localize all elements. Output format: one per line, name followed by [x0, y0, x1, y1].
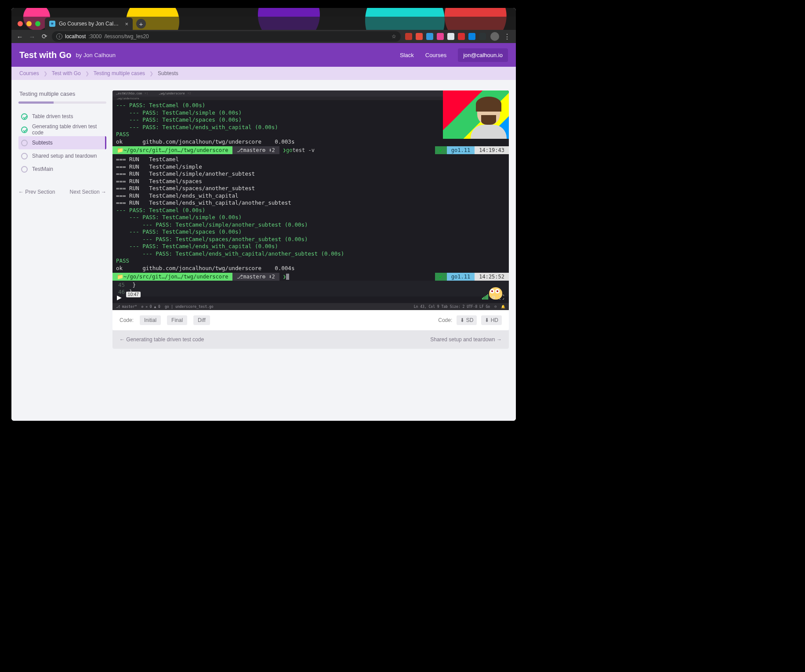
- browser-tabbar: ✳ Go Courses by Jon Calhoun × +: [11, 17, 516, 30]
- page-content: Test with Go by Jon Calhoun Slack Course…: [11, 43, 516, 421]
- forward-button[interactable]: →: [27, 32, 37, 41]
- extension-icons: [403, 33, 488, 40]
- site-info-icon[interactable]: i: [56, 33, 62, 40]
- crumb-course[interactable]: Test with Go: [52, 70, 81, 76]
- next-lesson-link[interactable]: Shared setup and teardown →: [430, 336, 502, 343]
- code-label: Code:: [120, 317, 134, 323]
- code-row: Code: Initial Final Diff Code: ⬇ SD ⬇ HD: [112, 310, 509, 330]
- circle-icon: [21, 140, 28, 146]
- check-circle-icon: [21, 126, 28, 133]
- new-tab-button[interactable]: +: [136, 19, 146, 29]
- tab-title: Go Courses by Jon Calhoun: [59, 21, 121, 27]
- lesson-sidebar: Testing multiple cases Table driven test…: [18, 90, 106, 195]
- back-button[interactable]: ←: [15, 32, 25, 41]
- video-player[interactable]: …estWithGo.com ⌘1 …wg/underscore ⌘2 …wg/…: [112, 90, 509, 310]
- prompt-path: 📁~/go/src/git…/jon…/twg/underscore: [112, 273, 232, 281]
- crumb-section[interactable]: Testing multiple cases: [94, 70, 145, 76]
- editor-tab: …wg/underscore: [159, 92, 185, 95]
- shell-prompt: 📁~/go/src/git…/jon…/twg/underscore ⎇ mas…: [112, 273, 509, 281]
- presenter-face: [473, 97, 504, 137]
- editor-tab: …estWithGo.com: [116, 92, 142, 95]
- extension-icon[interactable]: [405, 33, 412, 40]
- profile-avatar[interactable]: [490, 32, 499, 41]
- download-label: Code:: [438, 317, 452, 323]
- header-nav: Slack Courses jon@calhoun.io: [400, 48, 508, 62]
- bell-icon[interactable]: 🔔: [501, 305, 505, 309]
- chevron-right-icon: ❯: [85, 71, 89, 76]
- audio-levels-icon: [482, 294, 488, 300]
- crumb-courses[interactable]: Courses: [19, 70, 39, 76]
- extension-icon[interactable]: [437, 33, 444, 40]
- lesson-label: TestMain: [32, 166, 53, 172]
- circle-icon: [21, 166, 28, 173]
- browser-tab[interactable]: ✳ Go Courses by Jon Calhoun ×: [45, 18, 133, 30]
- next-section-link[interactable]: Next Section →: [70, 189, 106, 195]
- smiley-icon[interactable]: ☺: [494, 305, 497, 309]
- terminal-output: === RUN TestCamel === RUN TestCamel/simp…: [112, 154, 509, 273]
- prompt-cursor: ❯ _: [279, 273, 294, 281]
- reload-button[interactable]: ⟳: [40, 32, 49, 41]
- lesson-item[interactable]: TestMain: [18, 163, 106, 176]
- favicon-icon: ✳: [49, 21, 55, 27]
- prev-section-link[interactable]: ← Prev Section: [18, 189, 55, 195]
- breadcrumb: Courses ❯ Test with Go ❯ Testing multipl…: [11, 67, 516, 80]
- clock-badge: 14:19:43: [475, 146, 509, 154]
- url-path: /lessons/twg_les20: [104, 33, 149, 40]
- nav-courses[interactable]: Courses: [425, 52, 446, 58]
- extension-icon[interactable]: [468, 33, 475, 40]
- page-body: Testing multiple cases Table driven test…: [11, 80, 516, 366]
- play-button[interactable]: ▶: [117, 293, 122, 302]
- close-window-icon[interactable]: [18, 21, 23, 26]
- extension-icon[interactable]: [458, 33, 465, 40]
- video-controls: ▶ 10:47 ⚙ ⛶: [112, 292, 509, 302]
- circle-icon: [21, 153, 28, 159]
- site-brand[interactable]: Test with Go: [19, 50, 72, 60]
- code-diff-button[interactable]: Diff: [193, 315, 210, 325]
- window-traffic-lights[interactable]: [15, 21, 45, 30]
- extension-icon[interactable]: [447, 33, 454, 40]
- chevron-right-icon: ❯: [149, 71, 153, 76]
- zoom-window-icon[interactable]: [35, 21, 40, 26]
- minimize-window-icon[interactable]: [26, 21, 32, 26]
- code-final-button[interactable]: Final: [167, 315, 187, 325]
- lesson-item-active[interactable]: Subtests: [18, 136, 106, 149]
- lesson-label: Generating table driven test code: [32, 123, 104, 136]
- extension-icon[interactable]: [426, 33, 433, 40]
- address-bar[interactable]: i localhost:3000/lessons/twg_les20 ☆: [52, 31, 401, 42]
- prompt-command: ❯ go test -v: [279, 146, 319, 154]
- site-byline: by Jon Calhoun: [76, 52, 116, 58]
- lesson-item[interactable]: Shared setup and teardown: [18, 149, 106, 163]
- download-hd-button[interactable]: ⬇ HD: [481, 315, 502, 325]
- prev-lesson-link[interactable]: ← Generating table driven test code: [120, 336, 204, 343]
- clock-badge: 14:25:52: [475, 273, 509, 281]
- bookmark-star-icon[interactable]: ☆: [392, 33, 396, 40]
- prompt-branch: ⎇ master ⚙ ⬇ 2: [232, 273, 279, 281]
- chevron-right-icon: ❯: [44, 71, 47, 76]
- sidebar-section-title: Testing multiple cases: [18, 90, 106, 97]
- lesson-label: Shared setup and teardown: [32, 153, 97, 159]
- download-sd-button[interactable]: ⬇ SD: [457, 315, 477, 325]
- lesson-label: Table driven tests: [32, 113, 73, 119]
- settings-gear-icon[interactable]: ⚙: [492, 294, 495, 300]
- fullscreen-icon[interactable]: ⛶: [499, 294, 504, 300]
- section-nav: ← Prev Section Next Section →: [18, 189, 106, 195]
- account-button[interactable]: jon@calhoun.io: [458, 48, 508, 62]
- url-host: localhost: [65, 33, 86, 40]
- go-version-badge: go1.11: [447, 273, 475, 281]
- extension-icon[interactable]: [479, 33, 486, 40]
- webcam-overlay: [443, 90, 509, 139]
- url-port: :3000: [88, 33, 102, 40]
- close-tab-icon[interactable]: ×: [125, 21, 128, 27]
- code-initial-button[interactable]: Initial: [140, 315, 161, 325]
- extension-icon[interactable]: [416, 33, 423, 40]
- browser-menu-icon[interactable]: ⋮: [502, 33, 512, 41]
- lesson-item[interactable]: Generating table driven test code: [18, 123, 106, 136]
- site-header: Test with Go by Jon Calhoun Slack Course…: [11, 43, 516, 67]
- status-branch: ⎇ master*: [116, 305, 137, 309]
- status-ok-icon: ✔: [435, 273, 447, 281]
- lesson-item[interactable]: Table driven tests: [18, 110, 106, 123]
- video-timestamp: 10:47: [126, 292, 141, 297]
- prompt-path: 📁~/go/src/git…/jon…/twg/underscore: [112, 146, 232, 154]
- nav-slack[interactable]: Slack: [400, 52, 414, 58]
- lesson-footer-nav: ← Generating table driven test code Shar…: [112, 330, 509, 349]
